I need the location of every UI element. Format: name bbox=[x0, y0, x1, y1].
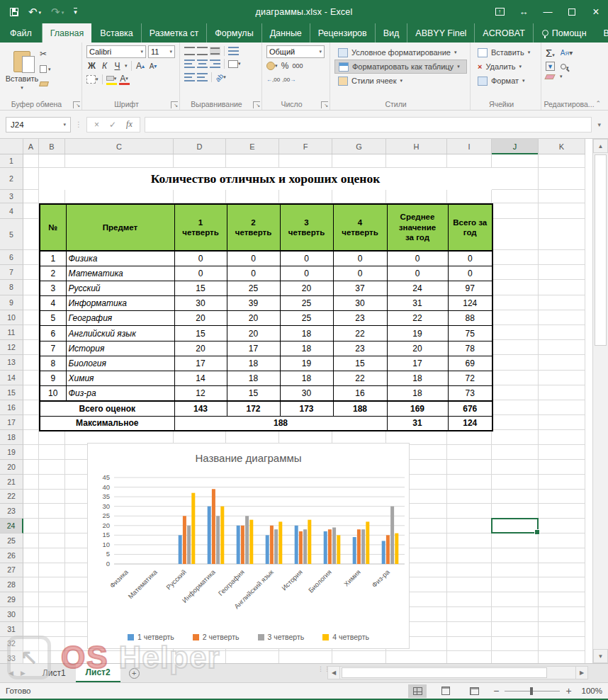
insert-cells-button[interactable]: Вставить▾ bbox=[475, 45, 538, 60]
scroll-down-icon[interactable]: ▼ bbox=[593, 649, 608, 663]
row-header-23[interactable]: 23 bbox=[0, 504, 23, 519]
underline-button[interactable]: Ч bbox=[112, 60, 123, 72]
help-button[interactable]: Помощн bbox=[539, 28, 590, 38]
column-header-D[interactable]: D bbox=[174, 139, 226, 154]
column-header-J[interactable]: J bbox=[492, 139, 539, 154]
increase-indent-button[interactable] bbox=[197, 73, 208, 81]
row-header-24[interactable]: 24 bbox=[0, 519, 23, 534]
row-header-33[interactable]: 33 bbox=[0, 651, 23, 663]
save-icon[interactable] bbox=[10, 8, 18, 16]
page-layout-view-button[interactable] bbox=[437, 684, 455, 698]
vertical-scrollbar[interactable]: ▲ ▼ bbox=[592, 139, 608, 663]
redo-button[interactable]: ↷▾ bbox=[51, 6, 64, 17]
tab-Вид[interactable]: Вид bbox=[376, 23, 408, 43]
row-header-25[interactable]: 25 bbox=[0, 534, 23, 548]
tab-Главная[interactable]: Главная bbox=[43, 23, 92, 43]
column-header-G[interactable]: G bbox=[332, 139, 386, 154]
zoom-level[interactable]: 100% bbox=[582, 687, 602, 695]
align-center-button[interactable] bbox=[197, 60, 208, 68]
zoom-out-button[interactable]: − bbox=[493, 686, 499, 696]
row-header-14[interactable]: 14 bbox=[0, 371, 23, 385]
align-top-button[interactable] bbox=[184, 47, 195, 55]
align-right-button[interactable] bbox=[210, 60, 220, 68]
align-middle-button[interactable] bbox=[197, 47, 208, 55]
tab-Рецензиров[interactable]: Рецензиров bbox=[310, 23, 376, 43]
row-header-10[interactable]: 10 bbox=[0, 310, 23, 325]
column-header-A[interactable]: A bbox=[23, 139, 39, 154]
number-format-select[interactable]: Общий▾ bbox=[266, 45, 325, 58]
format-painter-button[interactable] bbox=[40, 78, 51, 89]
row-header-22[interactable]: 22 bbox=[0, 490, 23, 504]
format-as-table-button[interactable]: Форматировать как таблицу▾ bbox=[334, 60, 467, 74]
vertical-scroll-thumb[interactable] bbox=[595, 154, 607, 346]
chart[interactable]: Название диаграммы 051015202530354045Физ… bbox=[87, 443, 410, 649]
copy-button[interactable]: ▾ bbox=[40, 63, 51, 74]
select-all-corner[interactable] bbox=[0, 139, 23, 154]
dialog-launcher-icon[interactable]: ↘ bbox=[321, 101, 328, 108]
row-header-30[interactable]: 30 bbox=[0, 607, 23, 622]
zoom-slider[interactable] bbox=[505, 691, 560, 691]
decrease-decimal-button[interactable]: ,00→ bbox=[282, 74, 295, 85]
decrease-indent-button[interactable] bbox=[184, 73, 195, 81]
page-break-view-button[interactable] bbox=[465, 684, 483, 698]
row-header-29[interactable]: 29 bbox=[0, 592, 23, 607]
minimize-button[interactable]: — bbox=[536, 0, 560, 23]
row-header-31[interactable]: 31 bbox=[0, 622, 23, 637]
expand-formula-bar-icon[interactable]: ▾ bbox=[596, 121, 602, 128]
row-header-6[interactable]: 6 bbox=[0, 250, 23, 265]
row-header-13[interactable]: 13 bbox=[0, 355, 23, 370]
undo-button[interactable]: ↶▾ bbox=[28, 6, 41, 17]
column-header-B[interactable]: B bbox=[39, 139, 65, 154]
tab-Разметка ст[interactable]: Разметка ст bbox=[142, 23, 207, 43]
row-header-8[interactable]: 8 bbox=[0, 280, 23, 295]
close-button[interactable]: × bbox=[584, 0, 608, 23]
paste-button[interactable]: Вставить ▾ bbox=[4, 45, 40, 96]
tab-Файл[interactable]: Файл bbox=[0, 23, 43, 43]
add-sheet-button[interactable]: + bbox=[129, 668, 140, 679]
tab-ABBYY Finel[interactable]: ABBYY Finel bbox=[407, 23, 475, 43]
collapse-ribbon-button[interactable]: ⌃ bbox=[595, 100, 601, 107]
delete-cells-button[interactable]: ×Удалить▾ bbox=[475, 60, 538, 74]
tab-Формулы[interactable]: Формулы bbox=[207, 23, 261, 43]
clear-button[interactable] bbox=[544, 74, 555, 79]
scroll-left-icon[interactable]: ◀ bbox=[327, 666, 340, 679]
row-header-15[interactable]: 15 bbox=[0, 385, 23, 400]
row-header-5[interactable]: 5 bbox=[0, 219, 23, 250]
fill-color-button[interactable]: ▾ bbox=[106, 74, 117, 85]
normal-view-button[interactable] bbox=[408, 684, 427, 698]
align-left-button[interactable] bbox=[184, 60, 195, 68]
column-header-F[interactable]: F bbox=[279, 139, 332, 154]
scroll-up-icon[interactable]: ▲ bbox=[593, 139, 608, 153]
merge-center-button[interactable]: ▾ bbox=[228, 58, 241, 69]
prev-sheet-icon[interactable]: ◀ bbox=[9, 670, 13, 677]
ribbon-display-options-button[interactable]: ↑ bbox=[488, 0, 512, 23]
row-header-26[interactable]: 26 bbox=[0, 548, 23, 563]
column-header-K[interactable]: K bbox=[539, 139, 585, 154]
row-header-7[interactable]: 7 bbox=[0, 265, 23, 280]
column-header-I[interactable]: I bbox=[447, 139, 492, 154]
orientation-button[interactable]: ab▾ bbox=[215, 72, 226, 83]
row-header-32[interactable]: 32 bbox=[0, 637, 23, 652]
row-header-21[interactable]: 21 bbox=[0, 475, 23, 490]
scroll-right-icon[interactable]: ▶ bbox=[575, 666, 588, 679]
font-family-select[interactable]: Calibri▾ bbox=[86, 45, 146, 58]
horizontal-scrollbar[interactable]: ◀ ▶ bbox=[327, 666, 588, 679]
comma-style-button[interactable]: 000 bbox=[293, 60, 303, 72]
dialog-launcher-icon[interactable]: ↘ bbox=[171, 101, 178, 108]
row-header-9[interactable]: 9 bbox=[0, 295, 23, 310]
selected-cell[interactable] bbox=[491, 518, 539, 534]
dialog-launcher-icon[interactable]: ↘ bbox=[73, 101, 80, 108]
shrink-font-button[interactable]: А▾ bbox=[148, 60, 159, 72]
row-header-4[interactable]: 4 bbox=[0, 203, 23, 219]
row-header-20[interactable]: 20 bbox=[0, 460, 23, 475]
font-color-button[interactable]: А▾ bbox=[119, 74, 130, 85]
cut-button[interactable]: ✂ bbox=[40, 48, 51, 60]
dialog-launcher-icon[interactable]: ↘ bbox=[253, 101, 260, 108]
column-header-E[interactable]: E bbox=[226, 139, 279, 154]
customize-qat-button[interactable]: ▾ bbox=[74, 8, 77, 16]
row-header-12[interactable]: 12 bbox=[0, 340, 23, 355]
zoom-in-button[interactable]: + bbox=[565, 686, 571, 696]
row-header-27[interactable]: 27 bbox=[0, 563, 23, 578]
accounting-format-button[interactable]: ▾ bbox=[266, 60, 278, 72]
percent-style-button[interactable]: % bbox=[280, 60, 291, 72]
